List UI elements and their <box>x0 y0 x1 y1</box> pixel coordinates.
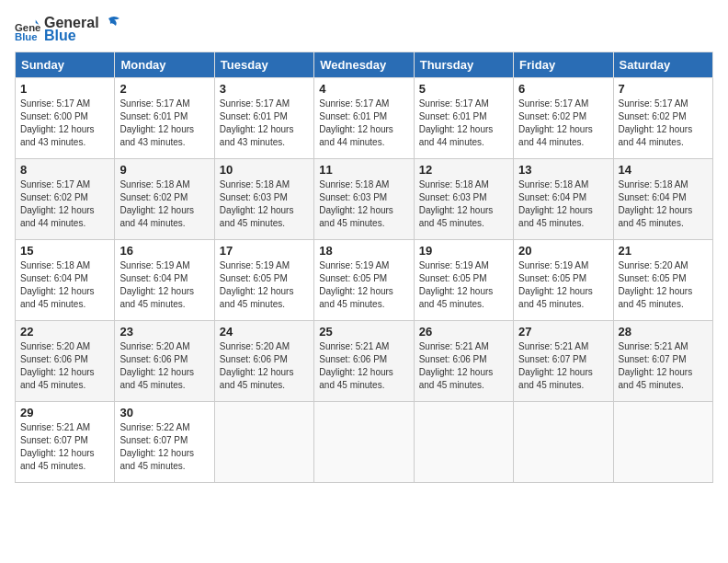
cell-info: Sunrise: 5:18 AM Sunset: 6:02 PM Dayligh… <box>119 178 209 230</box>
calendar-cell: 13Sunrise: 5:18 AM Sunset: 6:04 PM Dayli… <box>514 159 613 240</box>
cell-info: Sunrise: 5:20 AM Sunset: 6:05 PM Dayligh… <box>619 259 708 311</box>
day-number: 5 <box>419 82 508 96</box>
calendar-cell: 16Sunrise: 5:19 AM Sunset: 6:04 PM Dayli… <box>115 240 214 321</box>
day-number: 26 <box>419 325 508 339</box>
week-row-4: 22Sunrise: 5:20 AM Sunset: 6:06 PM Dayli… <box>16 321 713 402</box>
calendar-cell: 2Sunrise: 5:17 AM Sunset: 6:01 PM Daylig… <box>115 78 214 159</box>
logo-bird-icon <box>101 15 121 31</box>
day-number: 25 <box>319 325 408 339</box>
calendar-cell: 22Sunrise: 5:20 AM Sunset: 6:06 PM Dayli… <box>16 321 115 402</box>
header: General Blue General Blue <box>15 15 713 44</box>
cell-info: Sunrise: 5:17 AM Sunset: 6:00 PM Dayligh… <box>20 98 109 149</box>
svg-text:Blue: Blue <box>15 31 38 42</box>
calendar-cell: 29Sunrise: 5:21 AM Sunset: 6:07 PM Dayli… <box>16 402 115 483</box>
calendar-cell <box>214 402 313 483</box>
calendar-cell <box>314 402 414 483</box>
cell-info: Sunrise: 5:21 AM Sunset: 6:07 PM Dayligh… <box>518 340 608 392</box>
calendar-cell: 18Sunrise: 5:19 AM Sunset: 6:05 PM Dayli… <box>314 240 414 321</box>
calendar-cell: 6Sunrise: 5:17 AM Sunset: 6:02 PM Daylig… <box>514 78 613 159</box>
cell-info: Sunrise: 5:22 AM Sunset: 6:07 PM Dayligh… <box>119 421 209 473</box>
calendar-cell: 8Sunrise: 5:17 AM Sunset: 6:02 PM Daylig… <box>16 159 115 240</box>
week-row-3: 15Sunrise: 5:18 AM Sunset: 6:04 PM Dayli… <box>16 240 713 321</box>
calendar-cell: 12Sunrise: 5:18 AM Sunset: 6:03 PM Dayli… <box>414 159 513 240</box>
cell-info: Sunrise: 5:20 AM Sunset: 6:06 PM Dayligh… <box>220 340 309 392</box>
calendar-cell <box>613 402 712 483</box>
calendar-cell: 4Sunrise: 5:17 AM Sunset: 6:01 PM Daylig… <box>314 78 414 159</box>
day-number: 4 <box>319 82 408 96</box>
weekday-header-sunday: Sunday <box>16 52 115 78</box>
day-number: 7 <box>619 82 708 96</box>
calendar-cell: 3Sunrise: 5:17 AM Sunset: 6:01 PM Daylig… <box>214 78 313 159</box>
weekday-header-saturday: Saturday <box>613 52 712 78</box>
cell-info: Sunrise: 5:17 AM Sunset: 6:02 PM Dayligh… <box>20 178 109 230</box>
weekday-header-monday: Monday <box>115 52 214 78</box>
day-number: 30 <box>119 406 209 419</box>
week-row-1: 1Sunrise: 5:17 AM Sunset: 6:00 PM Daylig… <box>16 78 713 159</box>
cell-info: Sunrise: 5:18 AM Sunset: 6:03 PM Dayligh… <box>419 178 508 230</box>
cell-info: Sunrise: 5:17 AM Sunset: 6:02 PM Dayligh… <box>619 98 708 149</box>
day-number: 19 <box>419 244 508 258</box>
day-number: 13 <box>518 163 608 177</box>
cell-info: Sunrise: 5:18 AM Sunset: 6:04 PM Dayligh… <box>20 259 109 311</box>
day-number: 16 <box>119 244 209 258</box>
day-number: 8 <box>20 163 109 177</box>
logo: General Blue General Blue <box>15 15 121 44</box>
cell-info: Sunrise: 5:17 AM Sunset: 6:02 PM Dayligh… <box>518 98 608 149</box>
cell-info: Sunrise: 5:18 AM Sunset: 6:03 PM Dayligh… <box>220 178 309 230</box>
weekday-header-thursday: Thursday <box>414 52 513 78</box>
day-number: 22 <box>20 325 109 339</box>
day-number: 10 <box>220 163 309 177</box>
calendar-cell: 30Sunrise: 5:22 AM Sunset: 6:07 PM Dayli… <box>115 402 214 483</box>
cell-info: Sunrise: 5:18 AM Sunset: 6:04 PM Dayligh… <box>518 178 608 230</box>
calendar-table: SundayMondayTuesdayWednesdayThursdayFrid… <box>15 52 713 483</box>
cell-info: Sunrise: 5:21 AM Sunset: 6:06 PM Dayligh… <box>319 340 408 392</box>
day-number: 20 <box>518 244 608 258</box>
calendar-cell <box>514 402 613 483</box>
cell-info: Sunrise: 5:21 AM Sunset: 6:07 PM Dayligh… <box>619 340 708 392</box>
cell-info: Sunrise: 5:19 AM Sunset: 6:04 PM Dayligh… <box>119 259 209 311</box>
cell-info: Sunrise: 5:19 AM Sunset: 6:05 PM Dayligh… <box>319 259 408 311</box>
logo-icon: General Blue <box>15 17 40 42</box>
calendar-cell: 19Sunrise: 5:19 AM Sunset: 6:05 PM Dayli… <box>414 240 513 321</box>
calendar-cell: 28Sunrise: 5:21 AM Sunset: 6:07 PM Dayli… <box>613 321 712 402</box>
calendar-cell: 17Sunrise: 5:19 AM Sunset: 6:05 PM Dayli… <box>214 240 313 321</box>
calendar-cell: 10Sunrise: 5:18 AM Sunset: 6:03 PM Dayli… <box>214 159 313 240</box>
cell-info: Sunrise: 5:21 AM Sunset: 6:06 PM Dayligh… <box>419 340 508 392</box>
calendar-cell: 9Sunrise: 5:18 AM Sunset: 6:02 PM Daylig… <box>115 159 214 240</box>
day-number: 1 <box>20 82 109 96</box>
day-number: 21 <box>619 244 708 258</box>
day-number: 11 <box>319 163 408 177</box>
cell-info: Sunrise: 5:19 AM Sunset: 6:05 PM Dayligh… <box>220 259 309 311</box>
cell-info: Sunrise: 5:17 AM Sunset: 6:01 PM Dayligh… <box>419 98 508 149</box>
calendar-cell: 26Sunrise: 5:21 AM Sunset: 6:06 PM Dayli… <box>414 321 513 402</box>
calendar-cell: 24Sunrise: 5:20 AM Sunset: 6:06 PM Dayli… <box>214 321 313 402</box>
cell-info: Sunrise: 5:18 AM Sunset: 6:03 PM Dayligh… <box>319 178 408 230</box>
calendar-cell: 11Sunrise: 5:18 AM Sunset: 6:03 PM Dayli… <box>314 159 414 240</box>
cell-info: Sunrise: 5:17 AM Sunset: 6:01 PM Dayligh… <box>119 98 209 149</box>
cell-info: Sunrise: 5:19 AM Sunset: 6:05 PM Dayligh… <box>518 259 608 311</box>
cell-info: Sunrise: 5:19 AM Sunset: 6:05 PM Dayligh… <box>419 259 508 311</box>
day-number: 24 <box>220 325 309 339</box>
calendar-cell: 1Sunrise: 5:17 AM Sunset: 6:00 PM Daylig… <box>16 78 115 159</box>
weekday-header-wednesday: Wednesday <box>314 52 414 78</box>
day-number: 12 <box>419 163 508 177</box>
day-number: 27 <box>518 325 608 339</box>
day-number: 2 <box>119 82 209 96</box>
cell-info: Sunrise: 5:18 AM Sunset: 6:04 PM Dayligh… <box>619 178 708 230</box>
calendar-cell: 27Sunrise: 5:21 AM Sunset: 6:07 PM Dayli… <box>514 321 613 402</box>
calendar-cell: 15Sunrise: 5:18 AM Sunset: 6:04 PM Dayli… <box>16 240 115 321</box>
day-number: 14 <box>619 163 708 177</box>
calendar-cell: 25Sunrise: 5:21 AM Sunset: 6:06 PM Dayli… <box>314 321 414 402</box>
day-number: 6 <box>518 82 608 96</box>
cell-info: Sunrise: 5:20 AM Sunset: 6:06 PM Dayligh… <box>20 340 109 392</box>
cell-info: Sunrise: 5:21 AM Sunset: 6:07 PM Dayligh… <box>20 421 109 473</box>
day-number: 28 <box>619 325 708 339</box>
day-number: 23 <box>119 325 209 339</box>
day-number: 15 <box>20 244 109 258</box>
weekday-header-friday: Friday <box>514 52 613 78</box>
calendar-cell: 14Sunrise: 5:18 AM Sunset: 6:04 PM Dayli… <box>613 159 712 240</box>
calendar-cell <box>414 402 513 483</box>
cell-info: Sunrise: 5:20 AM Sunset: 6:06 PM Dayligh… <box>119 340 209 392</box>
weekday-header-row: SundayMondayTuesdayWednesdayThursdayFrid… <box>16 52 713 78</box>
day-number: 17 <box>220 244 309 258</box>
